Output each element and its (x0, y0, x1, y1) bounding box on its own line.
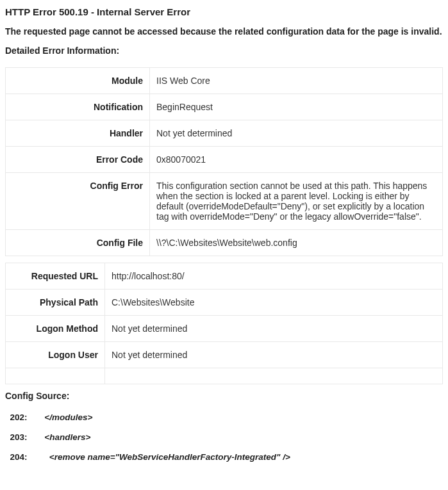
value-physical-path: C:\Websites\Website (105, 290, 443, 316)
table-row: Config File \\?\C:\Websites\Website\web.… (6, 230, 443, 256)
value-logon-method: Not yet determined (105, 316, 443, 342)
label-handler: Handler (6, 120, 150, 147)
value-module: IIS Web Core (150, 68, 443, 94)
table-row: Config Error This configuration section … (6, 173, 443, 230)
table-row: Error Code 0x80070021 (6, 147, 443, 173)
table-row: Logon User Not yet determined (6, 342, 443, 368)
detail-table-2: Requested URL http://localhost:80/ Physi… (5, 263, 443, 384)
detail-heading: Detailed Error Information: (5, 45, 443, 56)
value-error-code: 0x80070021 (150, 147, 443, 173)
table-row: Requested URL http://localhost:80/ (6, 263, 443, 290)
value-logon-user: Not yet determined (105, 342, 443, 368)
config-source-line: 204: <remove name="WebServiceHandlerFact… (5, 452, 443, 462)
line-code: <remove name="WebServiceHandlerFactory-I… (37, 452, 290, 462)
table-row: Handler Not yet determined (6, 120, 443, 147)
label-requested-url: Requested URL (6, 263, 105, 290)
table-row: Physical Path C:\Websites\Website (6, 290, 443, 316)
config-source-heading: Config Source: (5, 391, 443, 401)
config-source-section: Config Source: 202: </modules> 203: <han… (5, 391, 443, 462)
label-empty (6, 368, 105, 384)
label-logon-user: Logon User (6, 342, 105, 368)
value-handler: Not yet determined (150, 120, 443, 147)
label-logon-method: Logon Method (6, 316, 105, 342)
line-number: 204: (5, 452, 37, 462)
value-requested-url: http://localhost:80/ (105, 263, 443, 290)
label-module: Module (6, 68, 150, 94)
value-empty (105, 368, 443, 384)
line-number: 202: (5, 412, 37, 422)
error-title: HTTP Error 500.19 - Internal Server Erro… (5, 6, 443, 17)
value-notification: BeginRequest (150, 94, 443, 120)
label-error-code: Error Code (6, 147, 150, 173)
error-subtitle: The requested page cannot be accessed be… (5, 26, 443, 37)
label-notification: Notification (6, 94, 150, 120)
label-config-file: Config File (6, 230, 150, 256)
label-physical-path: Physical Path (6, 290, 105, 316)
table-row: Module IIS Web Core (6, 68, 443, 94)
value-config-file: \\?\C:\Websites\Website\web.config (150, 230, 443, 256)
label-config-error: Config Error (6, 173, 150, 230)
line-code: </modules> (37, 412, 92, 422)
line-code: <handlers> (37, 432, 90, 442)
table-row: Logon Method Not yet determined (6, 316, 443, 342)
config-source-line: 202: </modules> (5, 412, 443, 422)
line-number: 203: (5, 432, 37, 442)
table-row-empty (6, 368, 443, 384)
table-row: Notification BeginRequest (6, 94, 443, 120)
config-source-line-highlight: 203: <handlers> (5, 432, 443, 442)
value-config-error: This configuration section cannot be use… (150, 173, 443, 230)
detail-table-1: Module IIS Web Core Notification BeginRe… (5, 67, 443, 256)
